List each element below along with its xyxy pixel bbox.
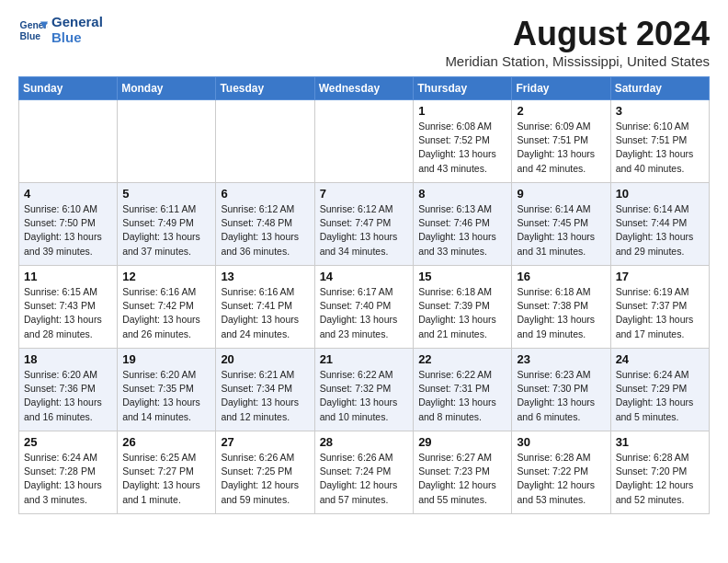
day-info: Sunrise: 6:20 AM Sunset: 7:35 PM Dayligh… (122, 368, 210, 424)
table-row: 9Sunrise: 6:14 AM Sunset: 7:45 PM Daylig… (512, 183, 610, 266)
day-number: 11 (24, 270, 112, 283)
table-row: 19Sunrise: 6:20 AM Sunset: 7:35 PM Dayli… (118, 349, 216, 431)
table-row: 26Sunrise: 6:25 AM Sunset: 7:27 PM Dayli… (118, 431, 216, 514)
day-info: Sunrise: 6:23 AM Sunset: 7:30 PM Dayligh… (517, 368, 605, 424)
day-info: Sunrise: 6:26 AM Sunset: 7:24 PM Dayligh… (320, 451, 409, 507)
day-number: 17 (616, 270, 704, 283)
table-row: 17Sunrise: 6:19 AM Sunset: 7:37 PM Dayli… (610, 266, 709, 349)
logo-line2: Blue (51, 30, 103, 46)
table-row: 1Sunrise: 6:08 AM Sunset: 7:52 PM Daylig… (414, 100, 512, 183)
day-number: 12 (122, 270, 210, 283)
col-header-saturday: Saturday (610, 77, 709, 100)
day-number: 1 (418, 104, 506, 118)
day-info: Sunrise: 6:12 AM Sunset: 7:47 PM Dayligh… (320, 202, 409, 259)
day-info: Sunrise: 6:22 AM Sunset: 7:31 PM Dayligh… (418, 368, 506, 424)
day-number: 18 (24, 352, 112, 366)
day-number: 4 (24, 187, 112, 201)
table-row (19, 100, 118, 183)
day-number: 14 (320, 270, 409, 283)
table-row: 27Sunrise: 6:26 AM Sunset: 7:25 PM Dayli… (216, 431, 314, 514)
day-info: Sunrise: 6:16 AM Sunset: 7:42 PM Dayligh… (122, 285, 210, 341)
day-info: Sunrise: 6:14 AM Sunset: 7:45 PM Dayligh… (517, 202, 605, 259)
day-info: Sunrise: 6:24 AM Sunset: 7:28 PM Dayligh… (24, 451, 112, 507)
col-header-tuesday: Tuesday (216, 77, 314, 100)
table-row (314, 100, 414, 183)
table-row: 12Sunrise: 6:16 AM Sunset: 7:42 PM Dayli… (118, 266, 216, 349)
table-row: 25Sunrise: 6:24 AM Sunset: 7:28 PM Dayli… (19, 431, 118, 514)
day-info: Sunrise: 6:10 AM Sunset: 7:51 PM Dayligh… (616, 120, 704, 176)
day-info: Sunrise: 6:20 AM Sunset: 7:36 PM Dayligh… (24, 368, 112, 424)
day-number: 13 (221, 270, 309, 283)
day-info: Sunrise: 6:28 AM Sunset: 7:20 PM Dayligh… (616, 451, 704, 507)
day-number: 29 (418, 435, 506, 449)
day-number: 21 (320, 352, 409, 366)
logo-line1: General (51, 15, 103, 30)
day-number: 31 (616, 435, 704, 449)
day-info: Sunrise: 6:14 AM Sunset: 7:44 PM Dayligh… (616, 202, 704, 259)
day-info: Sunrise: 6:08 AM Sunset: 7:52 PM Dayligh… (418, 120, 506, 176)
table-row: 18Sunrise: 6:20 AM Sunset: 7:36 PM Dayli… (19, 349, 118, 431)
day-number: 5 (122, 187, 210, 201)
day-info: Sunrise: 6:22 AM Sunset: 7:32 PM Dayligh… (320, 368, 409, 424)
col-header-monday: Monday (118, 77, 216, 100)
day-number: 7 (320, 187, 409, 201)
location-title: Meridian Station, Mississippi, United St… (445, 53, 710, 69)
table-row: 2Sunrise: 6:09 AM Sunset: 7:51 PM Daylig… (512, 100, 610, 183)
day-number: 22 (418, 352, 506, 366)
day-number: 19 (122, 352, 210, 366)
table-row: 13Sunrise: 6:16 AM Sunset: 7:41 PM Dayli… (216, 266, 314, 349)
day-info: Sunrise: 6:17 AM Sunset: 7:40 PM Dayligh… (320, 285, 409, 341)
day-number: 23 (517, 352, 605, 366)
svg-text:Blue: Blue (20, 30, 41, 40)
calendar-week-row: 11Sunrise: 6:15 AM Sunset: 7:43 PM Dayli… (19, 266, 710, 349)
month-title: August 2024 (445, 15, 710, 53)
logo-icon: General Blue (18, 16, 48, 45)
day-number: 26 (122, 435, 210, 449)
table-row: 3Sunrise: 6:10 AM Sunset: 7:51 PM Daylig… (610, 100, 709, 183)
table-row: 7Sunrise: 6:12 AM Sunset: 7:47 PM Daylig… (314, 183, 414, 266)
day-info: Sunrise: 6:15 AM Sunset: 7:43 PM Dayligh… (24, 285, 112, 341)
col-header-wednesday: Wednesday (314, 77, 414, 100)
table-row: 11Sunrise: 6:15 AM Sunset: 7:43 PM Dayli… (19, 266, 118, 349)
day-info: Sunrise: 6:25 AM Sunset: 7:27 PM Dayligh… (122, 451, 210, 507)
table-row: 21Sunrise: 6:22 AM Sunset: 7:32 PM Dayli… (314, 349, 414, 431)
day-number: 27 (221, 435, 309, 449)
day-number: 15 (418, 270, 506, 283)
day-number: 28 (320, 435, 409, 449)
table-row: 4Sunrise: 6:10 AM Sunset: 7:50 PM Daylig… (19, 183, 118, 266)
table-row (216, 100, 314, 183)
calendar-week-row: 18Sunrise: 6:20 AM Sunset: 7:36 PM Dayli… (19, 349, 710, 431)
table-row (118, 100, 216, 183)
day-info: Sunrise: 6:12 AM Sunset: 7:48 PM Dayligh… (221, 202, 309, 259)
day-info: Sunrise: 6:19 AM Sunset: 7:37 PM Dayligh… (616, 285, 704, 341)
day-number: 9 (517, 187, 605, 201)
logo: General Blue General Blue (18, 15, 103, 45)
day-number: 30 (517, 435, 605, 449)
day-number: 16 (517, 270, 605, 283)
table-row: 10Sunrise: 6:14 AM Sunset: 7:44 PM Dayli… (610, 183, 709, 266)
table-row: 5Sunrise: 6:11 AM Sunset: 7:49 PM Daylig… (118, 183, 216, 266)
title-block: August 2024 Meridian Station, Mississipp… (445, 15, 710, 69)
table-row: 29Sunrise: 6:27 AM Sunset: 7:23 PM Dayli… (414, 431, 512, 514)
calendar-week-row: 25Sunrise: 6:24 AM Sunset: 7:28 PM Dayli… (19, 431, 710, 514)
day-number: 25 (24, 435, 112, 449)
table-row: 15Sunrise: 6:18 AM Sunset: 7:39 PM Dayli… (414, 266, 512, 349)
table-row: 23Sunrise: 6:23 AM Sunset: 7:30 PM Dayli… (512, 349, 610, 431)
col-header-sunday: Sunday (19, 77, 118, 100)
day-info: Sunrise: 6:24 AM Sunset: 7:29 PM Dayligh… (616, 368, 704, 424)
day-number: 3 (616, 104, 704, 118)
day-info: Sunrise: 6:27 AM Sunset: 7:23 PM Dayligh… (418, 451, 506, 507)
table-row: 6Sunrise: 6:12 AM Sunset: 7:48 PM Daylig… (216, 183, 314, 266)
day-info: Sunrise: 6:18 AM Sunset: 7:39 PM Dayligh… (418, 285, 506, 341)
day-info: Sunrise: 6:16 AM Sunset: 7:41 PM Dayligh… (221, 285, 309, 341)
day-info: Sunrise: 6:13 AM Sunset: 7:46 PM Dayligh… (418, 202, 506, 259)
day-number: 2 (517, 104, 605, 118)
day-info: Sunrise: 6:28 AM Sunset: 7:22 PM Dayligh… (517, 451, 605, 507)
page-header: General Blue General Blue August 2024 Me… (18, 15, 710, 69)
table-row: 14Sunrise: 6:17 AM Sunset: 7:40 PM Dayli… (314, 266, 414, 349)
col-header-thursday: Thursday (414, 77, 512, 100)
table-row: 8Sunrise: 6:13 AM Sunset: 7:46 PM Daylig… (414, 183, 512, 266)
table-row: 20Sunrise: 6:21 AM Sunset: 7:34 PM Dayli… (216, 349, 314, 431)
col-header-friday: Friday (512, 77, 610, 100)
table-row: 31Sunrise: 6:28 AM Sunset: 7:20 PM Dayli… (610, 431, 709, 514)
